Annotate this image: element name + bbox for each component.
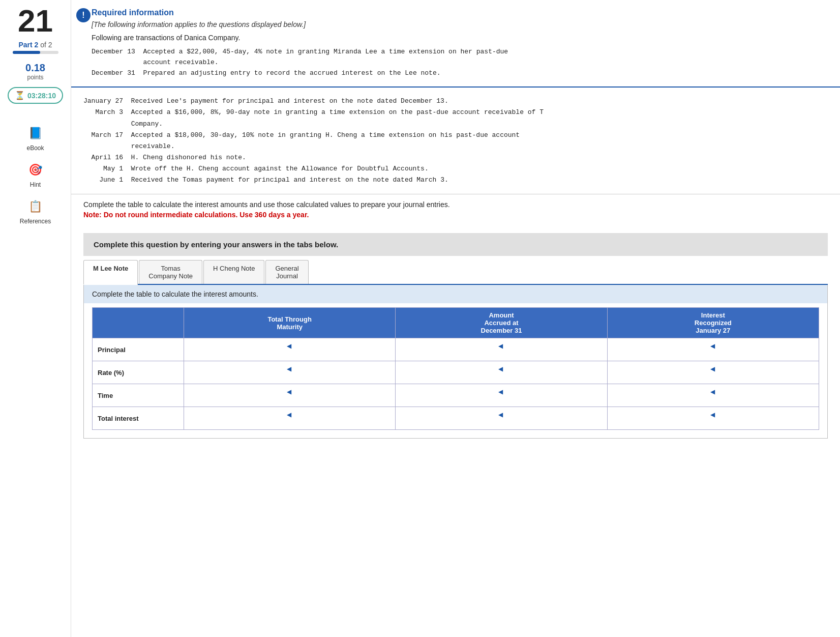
input-rate-total[interactable] — [189, 372, 390, 380]
main-content: ! Required information [The following in… — [71, 0, 840, 637]
tab-tomas-company-note[interactable]: TomasCompany Note — [139, 260, 202, 284]
part-suffix: of 2 — [38, 41, 52, 49]
cell-total-interest-total[interactable]: ◀ — [184, 407, 396, 430]
info-italic: [The following information applies to th… — [92, 20, 824, 28]
info-header: Required information — [92, 8, 824, 17]
col-header-label — [93, 308, 184, 338]
arrow-icon: ◀ — [498, 365, 503, 372]
instructions-section: Complete the table to calculate the inte… — [71, 194, 840, 225]
sidebar: 21 Part 2 of 2 0.18 points ⏳ 03:28:10 📘 … — [0, 0, 71, 637]
cell-total-interest-accrued[interactable]: ◀ — [396, 407, 607, 430]
part-bold: Part 2 — [18, 41, 38, 49]
instructions-main: Complete the table to calculate the inte… — [83, 200, 828, 209]
references-icon: 📋 — [26, 197, 45, 216]
arrow-icon: ◀ — [287, 342, 291, 350]
tab-general-journal[interactable]: GeneralJournal — [265, 260, 308, 284]
cell-time-recognized[interactable]: ◀ — [607, 384, 819, 407]
transactions-text: January 27 Received Lee's payment for pr… — [83, 96, 828, 186]
timer-value: 03:28:10 — [27, 92, 56, 100]
input-principal-accrued[interactable] — [401, 350, 602, 357]
sidebar-tools: 📘 eBook 🎯 Hint 📋 References — [20, 124, 51, 225]
table-row: Total interest ◀ ◀ ◀ — [93, 407, 819, 430]
tab-subtitle: Complete the table to calculate the inte… — [84, 285, 827, 303]
sidebar-item-ebook[interactable]: 📘 eBook — [26, 124, 45, 152]
arrow-icon: ◀ — [710, 411, 715, 418]
ebook-label: eBook — [26, 144, 44, 152]
tabs-area: Complete this question by entering your … — [71, 225, 840, 447]
tabs-row: M Lee Note TomasCompany Note H Cheng Not… — [83, 260, 828, 285]
complete-banner-text: Complete this question by entering your … — [94, 240, 338, 249]
arrow-icon: ◀ — [710, 388, 715, 395]
cell-principal-accrued[interactable]: ◀ — [396, 338, 607, 361]
row-label-principal: Principal — [93, 338, 184, 361]
arrow-icon: ◀ — [287, 411, 291, 418]
table-row: Rate (%) ◀ ◀ ◀ — [93, 361, 819, 384]
complete-banner: Complete this question by entering your … — [83, 233, 828, 256]
arrow-icon: ◀ — [287, 388, 291, 395]
tab-m-lee-note[interactable]: M Lee Note — [83, 260, 138, 285]
input-time-accrued[interactable] — [401, 395, 602, 403]
input-principal-total[interactable] — [189, 350, 390, 357]
row-label-total-interest: Total interest — [93, 407, 184, 430]
problem-number: 21 — [18, 5, 53, 37]
cell-time-total[interactable]: ◀ — [184, 384, 396, 407]
tab-content: Complete the table to calculate the inte… — [83, 285, 828, 439]
input-total-interest-accrued[interactable] — [401, 418, 602, 426]
arrow-icon: ◀ — [710, 365, 715, 372]
row-label-rate: Rate (%) — [93, 361, 184, 384]
references-label: References — [20, 218, 51, 225]
hint-icon: 🎯 — [26, 161, 45, 179]
arrow-icon: ◀ — [710, 342, 715, 350]
input-principal-recognized[interactable] — [613, 350, 814, 357]
arrow-icon: ◀ — [498, 411, 503, 418]
arrow-icon: ◀ — [287, 365, 291, 372]
table-row: Time ◀ ◀ ◀ — [93, 384, 819, 407]
progress-bar — [13, 51, 40, 54]
col-header-total-through-maturity: Total ThroughMaturity — [184, 308, 396, 338]
tab-h-cheng-note[interactable]: H Cheng Note — [203, 260, 264, 284]
part-label: Part 2 of 2 — [18, 41, 52, 49]
arrow-icon: ◀ — [498, 388, 503, 395]
info-badge: ! — [76, 8, 91, 22]
info-transactions-top: December 13 Accepted a $22,000, 45-day, … — [92, 47, 824, 78]
table-header-row: Total ThroughMaturity AmountAccrued atDe… — [93, 308, 819, 338]
cell-principal-total[interactable]: ◀ — [184, 338, 396, 361]
row-label-time: Time — [93, 384, 184, 407]
progress-bar-container — [13, 51, 58, 54]
table-wrapper: Total ThroughMaturity AmountAccrued atDe… — [84, 307, 827, 438]
cell-total-interest-recognized[interactable]: ◀ — [607, 407, 819, 430]
cell-rate-accrued[interactable]: ◀ — [396, 361, 607, 384]
input-time-total[interactable] — [189, 395, 390, 403]
points-value: 0.18 — [25, 62, 45, 74]
input-rate-recognized[interactable] — [613, 372, 814, 380]
cell-time-accrued[interactable]: ◀ — [396, 384, 607, 407]
instructions-note: Note: Do not round intermediate calculat… — [83, 211, 828, 219]
hint-label: Hint — [30, 181, 41, 188]
sidebar-item-hint[interactable]: 🎯 Hint — [26, 161, 45, 188]
timer-box: ⏳ 03:28:10 — [8, 87, 63, 104]
cell-principal-recognized[interactable]: ◀ — [607, 338, 819, 361]
col-header-interest-recognized: InterestRecognizedJanuary 27 — [607, 308, 819, 338]
input-total-interest-total[interactable] — [189, 418, 390, 426]
input-time-recognized[interactable] — [613, 395, 814, 403]
cell-rate-total[interactable]: ◀ — [184, 361, 396, 384]
arrow-icon: ◀ — [498, 342, 503, 350]
table-row: Principal ◀ ◀ ◀ — [93, 338, 819, 361]
input-total-interest-recognized[interactable] — [613, 418, 814, 426]
input-rate-accrued[interactable] — [401, 372, 602, 380]
ebook-icon: 📘 — [26, 124, 45, 142]
sidebar-item-references[interactable]: 📋 References — [20, 197, 51, 225]
col-header-amount-accrued: AmountAccrued atDecember 31 — [396, 308, 607, 338]
cell-rate-recognized[interactable]: ◀ — [607, 361, 819, 384]
info-intro: Following are transactions of Danica Com… — [92, 34, 824, 42]
points-label: points — [27, 74, 43, 81]
transactions-section: January 27 Received Lee's payment for pr… — [71, 88, 840, 194]
interest-table: Total ThroughMaturity AmountAccrued atDe… — [92, 307, 819, 430]
timer-icon: ⏳ — [15, 91, 25, 100]
